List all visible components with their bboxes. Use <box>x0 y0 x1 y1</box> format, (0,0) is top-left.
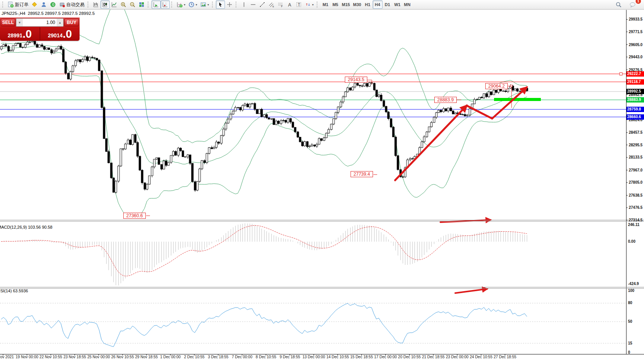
symbol-ohlc-info: JPN225-,H4 28952.5 28997.5 28927.5 28992… <box>2 11 95 16</box>
arrows-icon <box>305 2 311 8</box>
fibonacci-icon: F <box>277 2 284 8</box>
community-button[interactable] <box>39 0 48 9</box>
toolbar-grip[interactable] <box>317 2 319 8</box>
fibonacci-button[interactable]: F <box>276 0 285 9</box>
tf-button-m5[interactable]: M5 <box>330 0 340 9</box>
tf-button-m1[interactable]: M1 <box>320 0 330 9</box>
svg-text:29443.0: 29443.0 <box>629 55 643 59</box>
tf-button-h1[interactable]: H1 <box>363 0 373 9</box>
template-icon <box>200 2 206 8</box>
new-order-button[interactable]: 新订单 <box>6 0 30 9</box>
horizontal-line-button[interactable] <box>249 0 258 9</box>
periods-button[interactable]: ▾ <box>187 0 199 9</box>
svg-text:22 Nov 10:55: 22 Nov 10:55 <box>40 355 62 359</box>
auto-scroll-icon <box>153 2 159 8</box>
arrows-button[interactable]: ▾ <box>303 0 315 9</box>
tf-button-m15[interactable]: M15 <box>340 0 351 9</box>
line-chart-icon <box>111 2 117 8</box>
text-a-icon: A <box>287 2 293 8</box>
sell-button[interactable]: SELL <box>1 19 15 26</box>
tile-windows-button[interactable] <box>137 0 146 9</box>
crosshair-button[interactable] <box>225 0 234 9</box>
candlestick-chart-icon <box>102 2 108 8</box>
price-annotation-label[interactable]: 28883.9 <box>434 97 457 103</box>
price-annotation-label[interactable]: 29143.5 <box>345 77 367 83</box>
rsi-trend-arrow[interactable] <box>455 289 487 293</box>
text-button[interactable]: A <box>285 0 294 9</box>
new-order-icon <box>8 2 14 8</box>
volume-increase-button[interactable]: ▲ <box>57 19 63 26</box>
volume-stepper: ▼ ▲ <box>16 18 64 27</box>
crosshair-icon <box>226 2 233 8</box>
svg-text:8 Dec 10:55: 8 Dec 10:55 <box>256 355 276 359</box>
toolbar-grip[interactable] <box>236 2 238 8</box>
rsi-line <box>1 303 527 347</box>
svg-text:100: 100 <box>628 288 634 293</box>
text-label-button[interactable]: T <box>294 0 303 9</box>
auto-scroll-button[interactable] <box>151 0 161 9</box>
svg-text:0.00: 0.00 <box>628 239 636 244</box>
dropdown-caret-icon: ▾ <box>184 3 185 6</box>
marker-button[interactable] <box>30 0 39 9</box>
svg-text:29771.5: 29771.5 <box>629 30 643 34</box>
toolbar-grip[interactable] <box>148 2 150 8</box>
tf-button-w1[interactable]: W1 <box>392 0 402 9</box>
sell-price[interactable]: 28991.0 <box>0 27 40 40</box>
horizontal-level-lines[interactable] <box>0 72 626 117</box>
support-highlight-bar[interactable] <box>494 98 541 101</box>
svg-text:23 Nov 18:55: 23 Nov 18:55 <box>64 355 86 359</box>
equidistant-channel-button[interactable]: E <box>267 0 276 9</box>
chat-button[interactable]: 1 <box>626 0 639 9</box>
cursor-button[interactable] <box>216 0 225 9</box>
tf-button-h4[interactable]: H4 <box>373 0 383 9</box>
svg-text:28295.5: 28295.5 <box>629 143 643 147</box>
svg-text:17 Nov 2021: 17 Nov 2021 <box>0 355 14 359</box>
chart-shift-button[interactable] <box>161 0 170 9</box>
svg-text:2 Dec 10:55: 2 Dec 10:55 <box>184 355 204 359</box>
autotrading-button[interactable]: 自动交易 <box>57 0 86 9</box>
signals-button[interactable] <box>48 0 57 9</box>
trendline-icon <box>259 2 265 8</box>
buy-price[interactable]: 29014.0 <box>40 27 80 40</box>
svg-text:A: A <box>288 2 291 8</box>
volume-decrease-button[interactable]: ▼ <box>16 19 23 26</box>
svg-text:27476.5: 27476.5 <box>629 205 643 210</box>
trendline-button[interactable] <box>258 0 267 9</box>
toolbar-grip[interactable] <box>88 2 90 8</box>
svg-text:27967.0: 27967.0 <box>629 168 643 172</box>
tf-button-m30[interactable]: M30 <box>351 0 362 9</box>
candlestick-chart-button[interactable] <box>100 0 110 9</box>
toolbar-grip[interactable] <box>2 2 5 8</box>
bar-chart-button[interactable] <box>91 0 100 9</box>
price-level-badge: 29118.7 <box>626 79 644 85</box>
tile-windows-icon <box>139 2 145 8</box>
search-button[interactable] <box>614 0 623 9</box>
templates-button[interactable]: ▾ <box>199 0 210 9</box>
toolbar-grip[interactable] <box>171 2 174 8</box>
chart-shift-icon <box>162 2 168 8</box>
zoom-in-button[interactable] <box>119 0 128 9</box>
price-annotation-label[interactable]: 29064.2 <box>485 83 508 89</box>
search-icon <box>615 2 622 8</box>
volume-input[interactable] <box>23 18 57 27</box>
svg-text:15 Dec 18:55: 15 Dec 18:55 <box>350 355 373 359</box>
indicators-button[interactable]: ▾ <box>175 0 187 9</box>
zoom-out-button[interactable] <box>128 0 137 9</box>
dropdown-caret-icon: ▾ <box>312 3 314 6</box>
macd-signal-line <box>1 226 527 276</box>
cursor-icon <box>217 2 223 8</box>
svg-text:19 Nov 00:00: 19 Nov 00:00 <box>16 355 38 359</box>
chart-canvas[interactable]: 246.110.00-424.9100805015029933.529771.5… <box>0 0 644 359</box>
price-annotation-label[interactable]: 27360.6 <box>123 213 146 219</box>
price-annotation-label[interactable]: 27739.4 <box>351 171 373 177</box>
buy-button[interactable]: BUY <box>64 19 79 26</box>
line-chart-button[interactable] <box>110 0 119 9</box>
trend-arrow[interactable] <box>395 106 467 180</box>
dropdown-caret-icon: ▾ <box>196 3 197 6</box>
macd-histogram <box>2 223 527 285</box>
tf-button-mn[interactable]: MN <box>402 0 412 9</box>
toolbar-grip[interactable] <box>212 2 214 8</box>
vertical-line-button[interactable] <box>239 0 249 9</box>
svg-text:26 Nov 10:55: 26 Nov 10:55 <box>111 355 134 359</box>
tf-button-d1[interactable]: D1 <box>383 0 392 9</box>
